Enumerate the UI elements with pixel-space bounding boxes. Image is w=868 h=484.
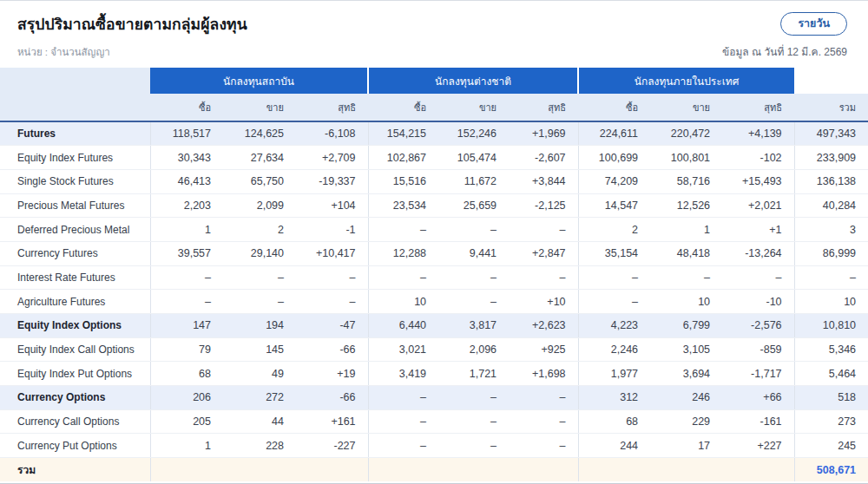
table-cell: 15,516 xyxy=(368,169,438,193)
grand-total-value: 508,671 xyxy=(794,458,868,482)
table-cell: 6,440 xyxy=(368,314,438,338)
table-body: Futures118,517124,625-6,108154,215152,24… xyxy=(0,121,868,481)
table-cell: +15,493 xyxy=(722,169,794,193)
table-row: Currency Futures39,55729,140+10,41712,28… xyxy=(0,241,868,265)
table-row: Equity Index Put Options6849+193,4191,72… xyxy=(0,362,868,386)
sub-header-2-0: ซื้อ xyxy=(578,94,650,121)
table-cell: +1,698 xyxy=(509,362,578,386)
table-cell: – xyxy=(150,290,223,314)
table-row: Equity Index Options147194-476,4403,817+… xyxy=(0,314,868,338)
table-cell: 272 xyxy=(223,386,296,410)
table-cell: 233,909 xyxy=(794,146,868,170)
table-cell: 2 xyxy=(578,218,650,242)
table-cell: 35,154 xyxy=(578,241,650,265)
table-cell: +1,969 xyxy=(509,121,578,146)
table-cell: 124,625 xyxy=(223,121,296,146)
grand-total-empty-cell xyxy=(438,458,509,482)
table-cell: – xyxy=(509,218,578,242)
table-cell: +10,417 xyxy=(296,241,368,265)
grand-total-empty-cell xyxy=(150,458,223,482)
grand-total-empty-cell xyxy=(509,458,578,482)
table-cell: +227 xyxy=(722,434,794,458)
table-cell: 3,419 xyxy=(368,362,438,386)
table-row: Futures118,517124,625-6,108154,215152,24… xyxy=(0,121,868,146)
table-cell: 100,699 xyxy=(578,146,650,170)
table-cell: -13,264 xyxy=(722,241,794,265)
table-cell: 12,526 xyxy=(650,193,722,218)
table-cell: 3,021 xyxy=(368,337,438,362)
table-cell: 2,203 xyxy=(150,193,223,218)
table-cell: 14,547 xyxy=(578,193,650,218)
table-cell: 205 xyxy=(150,409,223,434)
table-cell: 152,246 xyxy=(438,121,509,146)
grand-total-empty-cell xyxy=(578,458,650,482)
table-row: Deferred Precious Metal12-1–––21+13 xyxy=(0,218,868,242)
sub-header-0-0: ซื้อ xyxy=(150,94,223,121)
table-cell: 40,284 xyxy=(794,193,868,218)
table-cell: – xyxy=(438,434,509,458)
table-cell: – xyxy=(223,290,296,314)
table-cell: – xyxy=(438,409,509,434)
data-as-of-date: ข้อมูล ณ วันที่ 12 มี.ค. 2569 xyxy=(722,43,847,60)
table-cell: 1,721 xyxy=(438,362,509,386)
table-cell: – xyxy=(296,265,368,290)
table-cell: – xyxy=(438,218,509,242)
table-cell: +2,021 xyxy=(722,193,794,218)
table-cell: 27,634 xyxy=(223,146,296,170)
table-cell: – xyxy=(150,265,223,290)
sub-header-total: รวม xyxy=(794,94,868,121)
grand-total-label: รวม xyxy=(0,458,150,482)
table-cell: 154,215 xyxy=(368,121,438,146)
table-cell: 2,096 xyxy=(438,337,509,362)
table-cell: 118,517 xyxy=(150,121,223,146)
period-toggle-button[interactable]: รายวัน xyxy=(780,12,847,36)
table-cell: +104 xyxy=(296,193,368,218)
table-cell: 105,474 xyxy=(438,146,509,170)
table-header: นักลงทุนสถาบันนักลงทุนต่างชาตินักลงทุนภา… xyxy=(0,68,868,121)
table-cell: +10 xyxy=(509,290,578,314)
row-label: Currency Put Options xyxy=(0,434,150,458)
table-row: Interest Rate Futures–––––––––– xyxy=(0,265,868,290)
table-row: Currency Options206272-66–––312246+66518 xyxy=(0,386,868,410)
row-label: Interest Rate Futures xyxy=(0,265,150,290)
table-cell: – xyxy=(296,290,368,314)
grand-total-empty-cell xyxy=(368,458,438,482)
table-cell: 312 xyxy=(578,386,650,410)
table-cell: – xyxy=(223,265,296,290)
table-cell: 4,223 xyxy=(578,314,650,338)
table-cell: +3,844 xyxy=(509,169,578,193)
investor-volume-summary-page: สรุปปริมาณซื้อขายตามกลุ่มผู้ลงทุน รายวัน… xyxy=(0,0,868,484)
table-cell: -66 xyxy=(296,386,368,410)
table-cell: – xyxy=(438,265,509,290)
grand-total-row: รวม508,671 xyxy=(0,458,868,482)
table-cell: 518 xyxy=(794,386,868,410)
sub-header-1-2: สุทธิ xyxy=(509,94,578,121)
table-cell: -859 xyxy=(722,337,794,362)
table-row: Equity Index Call Options79145-663,0212,… xyxy=(0,337,868,362)
row-label: Currency Options xyxy=(0,386,150,410)
investor-group-header-1: นักลงทุนต่างชาติ xyxy=(368,68,578,94)
table-cell: 229 xyxy=(650,409,722,434)
table-cell: 12,288 xyxy=(368,241,438,265)
table-cell: 10,810 xyxy=(794,314,868,338)
table-cell: +925 xyxy=(509,337,578,362)
table-cell: 3 xyxy=(794,218,868,242)
grand-total-empty-cell xyxy=(223,458,296,482)
table-cell: – xyxy=(794,265,868,290)
table-cell: 1 xyxy=(150,434,223,458)
sub-header-2-1: ขาย xyxy=(650,94,722,121)
table-cell: 3,694 xyxy=(650,362,722,386)
row-label: Deferred Precious Metal xyxy=(0,218,150,242)
table-cell: 273 xyxy=(794,409,868,434)
table-cell: 497,343 xyxy=(794,121,868,146)
table-cell: – xyxy=(722,265,794,290)
table-cell: 228 xyxy=(223,434,296,458)
table-cell: 39,557 xyxy=(150,241,223,265)
page-title: สรุปปริมาณซื้อขายตามกลุ่มผู้ลงทุน xyxy=(17,12,247,36)
table-cell: -102 xyxy=(722,146,794,170)
table-cell: 49 xyxy=(223,362,296,386)
grand-total-empty-cell xyxy=(650,458,722,482)
grand-total-empty-cell xyxy=(722,458,794,482)
table-cell: 102,867 xyxy=(368,146,438,170)
table-cell: 245 xyxy=(794,434,868,458)
